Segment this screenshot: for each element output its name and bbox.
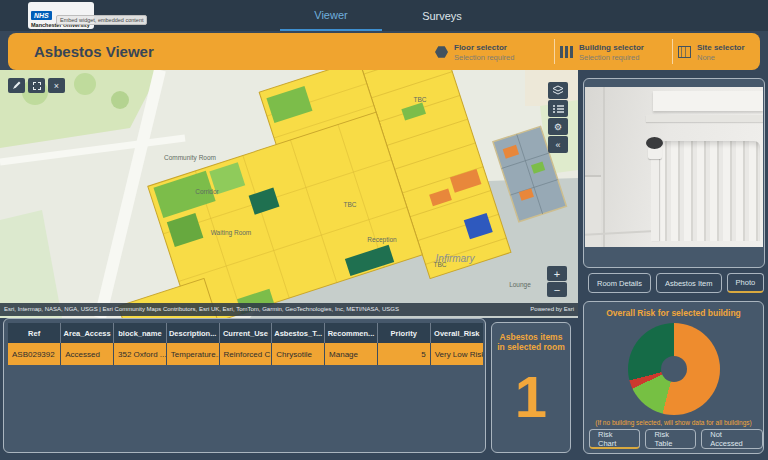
zoom-in-button[interactable]: +	[547, 266, 567, 281]
map-toolbar-left: ×	[8, 78, 65, 93]
floor-selector-label: Floor selector	[454, 43, 514, 53]
site-icon	[678, 46, 691, 58]
tab-asbestos-item[interactable]: Asbestos Item	[656, 273, 722, 293]
risk-tabs: Risk Chart Risk Table Not Accessed	[589, 429, 763, 449]
main-tabs: Viewer Surveys	[280, 0, 496, 31]
cell-current-use[interactable]: Reinforced C...	[219, 343, 272, 365]
room-summary-count: 1	[492, 358, 570, 436]
site-selector-label: Site selector	[697, 43, 745, 53]
map-toolbar-right: ⚙ «	[548, 82, 568, 153]
asbestos-photo	[585, 87, 763, 247]
risk-donut	[628, 323, 720, 415]
cell-description[interactable]: Temperature...	[166, 343, 219, 365]
map-attribution: Esri, Intermap, NASA, NGA, USGS | Esri C…	[0, 303, 578, 316]
door-panel	[585, 175, 601, 247]
nhs-logo-icon: NHS	[31, 11, 52, 20]
risk-panel: Overall Risk for selected building (If n…	[583, 301, 764, 454]
top-bar: NHS Manchester University NHS Foundation…	[0, 0, 768, 31]
col-description[interactable]: Description...	[166, 323, 219, 343]
window-ledge	[646, 115, 763, 122]
col-area-access[interactable]: Area_Access	[61, 323, 114, 343]
collapse-icon: «	[555, 140, 560, 150]
risk-panel-title: Overall Risk for selected building	[584, 308, 763, 318]
selector-divider	[554, 39, 555, 64]
cell-asbestos-type[interactable]: Chrysotile	[272, 343, 325, 365]
cell-recommendation[interactable]: Manage	[325, 343, 378, 365]
risk-panel-note: (If no building selected, will show data…	[584, 419, 763, 426]
title-bar: Asbestos Viewer Floor selector Selection…	[8, 33, 760, 70]
room-summary-card: Asbestos items in selected room 1	[491, 322, 571, 453]
hexagon-icon	[435, 46, 448, 59]
photo-panel	[583, 78, 765, 268]
building-icon	[560, 46, 573, 58]
asbestos-viewer-app: NHS Manchester University NHS Foundation…	[0, 0, 768, 460]
selection-box-icon	[33, 82, 41, 90]
page-title: Asbestos Viewer	[34, 43, 154, 60]
building-selector-value: Selection required	[579, 53, 644, 62]
room-label: Lounge	[509, 281, 531, 289]
room-label: Corridor	[195, 188, 219, 195]
layers-button[interactable]	[548, 82, 568, 99]
window-sill	[653, 91, 763, 111]
pencil-icon	[12, 81, 21, 90]
cell-priority[interactable]: 5	[377, 343, 430, 365]
table-row[interactable]: ASB029392 Accessed 352 Oxford ... Temper…	[8, 343, 483, 365]
floor-selector[interactable]: Floor selector Selection required	[435, 38, 549, 66]
col-ref[interactable]: Ref	[8, 323, 61, 343]
col-block-name[interactable]: block_name	[114, 323, 167, 343]
valve-knob	[646, 137, 663, 149]
room-label: Reception	[367, 236, 397, 244]
cell-area-access[interactable]: Accessed	[61, 343, 114, 365]
detail-tabs: Room Details Asbestos Item Photo	[588, 273, 764, 293]
close-icon: ×	[54, 81, 59, 91]
cell-block-name[interactable]: 352 Oxford ...	[114, 343, 167, 365]
col-priority[interactable]: Priority	[377, 323, 430, 343]
legend-icon	[552, 104, 564, 114]
map-canvas[interactable]: TBC Community Room Corridor TBC Waiting …	[0, 70, 578, 318]
col-current-use[interactable]: Current_Use	[219, 323, 272, 343]
site-selector[interactable]: Site selector None	[678, 38, 764, 66]
clear-selection-button[interactable]: ×	[48, 78, 65, 93]
col-asbestos-type[interactable]: Asbestos_T...	[272, 323, 325, 343]
floor-selector-value: Selection required	[454, 53, 514, 62]
select-area-button[interactable]	[28, 78, 45, 93]
donut-hole	[661, 356, 687, 382]
selector-divider	[672, 39, 673, 64]
settings-button[interactable]: ⚙	[548, 118, 568, 135]
col-overall-risk[interactable]: Overall_Risk	[430, 323, 483, 343]
room-label: Community Room	[164, 154, 216, 162]
asbestos-table-panel: Ref Area_Access block_name Description..…	[3, 318, 486, 453]
cell-ref[interactable]: ASB029392	[8, 343, 61, 365]
legend-button[interactable]	[548, 100, 568, 117]
building-selector-label: Building selector	[579, 43, 644, 53]
tab-photo[interactable]: Photo	[727, 273, 765, 293]
tab-risk-chart[interactable]: Risk Chart	[589, 429, 640, 449]
embed-widget-tooltip: Embed widget, embedded content	[56, 15, 147, 25]
draw-button[interactable]	[8, 78, 25, 93]
wall-edge	[603, 87, 605, 247]
room-label: Waiting Room	[211, 229, 252, 237]
collapse-panel-button[interactable]: «	[548, 136, 568, 153]
radiator	[658, 141, 760, 241]
radiator-pipe	[651, 155, 659, 241]
tab-not-accessed[interactable]: Not Accessed	[701, 429, 763, 449]
cell-overall-risk[interactable]: Very Low Risk	[430, 343, 483, 365]
tab-risk-table[interactable]: Risk Table	[645, 429, 696, 449]
tab-room-details[interactable]: Room Details	[588, 273, 651, 293]
tab-viewer[interactable]: Viewer	[280, 0, 382, 31]
asbestos-table: Ref Area_Access block_name Description..…	[8, 323, 483, 365]
powered-by-esri: Powered by Esri	[522, 303, 574, 316]
room-summary-title: Asbestos items in selected room	[492, 332, 570, 352]
site-selector-value: None	[697, 53, 745, 62]
col-recommendation[interactable]: Recommen...	[325, 323, 378, 343]
layers-icon	[552, 85, 564, 96]
tab-surveys[interactable]: Surveys	[388, 0, 496, 31]
gear-icon: ⚙	[554, 122, 562, 132]
attribution-text: Esri, Intermap, NASA, NGA, USGS | Esri C…	[4, 303, 399, 316]
table-header-row: Ref Area_Access block_name Description..…	[8, 323, 483, 343]
zoom-out-button[interactable]: −	[547, 282, 567, 297]
building-selector[interactable]: Building selector Selection required	[560, 38, 668, 66]
room-label: TBC	[344, 201, 357, 208]
map-svg: TBC Community Room Corridor TBC Waiting …	[0, 70, 578, 318]
room-label: TBC	[414, 96, 427, 103]
